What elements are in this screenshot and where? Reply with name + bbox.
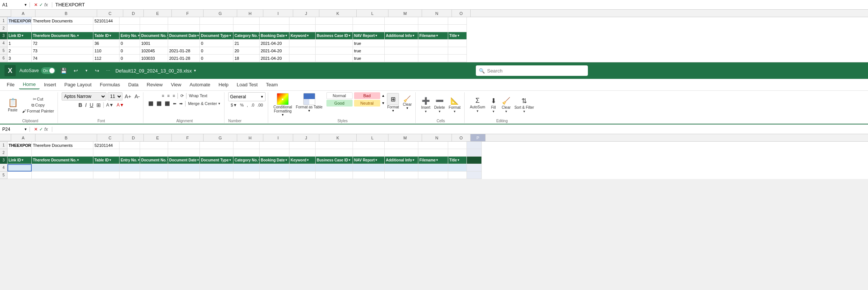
cell-b5[interactable]: 73 [32,47,93,55]
cell-d4[interactable]: 0 [120,40,140,47]
cell-b6[interactable]: 74 [32,55,93,62]
bottom-col-header-i[interactable]: I [263,134,293,141]
bottom-cell-ref-dropdown[interactable]: ▼ [24,127,27,131]
bottom-cell-n1[interactable] [418,142,448,149]
sort-filter-dropdown[interactable]: ▼ [523,110,526,113]
bottom-col-header-o[interactable]: O [452,134,471,141]
bottom-col-header-k[interactable]: K [319,134,357,141]
cell-i6[interactable]: 2021-04-20 [260,55,289,62]
format-btn[interactable]: ⊞ Format ▼ [385,92,400,113]
cell-d3[interactable]: Entry No. ▼ [120,32,140,40]
bottom-cell-p5[interactable] [467,172,482,179]
accounting-button[interactable]: $▼ [230,102,238,108]
bottom-cell-h4[interactable] [233,164,260,172]
increase-indent-button[interactable]: ➡ [178,101,184,107]
bottom-cell-c5[interactable] [93,172,120,179]
font-grow-button[interactable]: A+ [124,93,133,100]
cell-l5[interactable]: true [353,47,385,55]
bottom-cell-l3[interactable]: NAV Report ▼ [353,157,385,164]
menu-home[interactable]: Home [19,80,40,89]
bottom-cell-f2[interactable] [168,149,200,157]
fill-color-button[interactable]: A▼ [105,102,115,108]
fill-dropdown[interactable]: ▼ [492,110,495,113]
percent-button[interactable]: % [239,102,245,108]
cell-i2[interactable] [260,25,289,32]
cell-f3[interactable]: Document Date ▼ [168,32,200,40]
bottom-cell-j3[interactable]: Keyword ▼ [289,157,316,164]
menu-file[interactable]: File [3,80,18,89]
cell-h5[interactable]: 20 [233,47,260,55]
cell-h1[interactable] [233,17,260,25]
cell-j6[interactable] [289,55,316,62]
format-cells-button[interactable]: 📐 Format ▼ [447,96,462,114]
cell-i5[interactable]: 2021-04-20 [260,47,289,55]
paste-button[interactable]: 📋 Paste [5,96,20,114]
cell-g5[interactable]: 0 [200,47,233,55]
cell-d5[interactable]: 0 [120,47,140,55]
col-header-h[interactable]: H [237,10,263,17]
redo-button[interactable]: ↪ [93,67,101,75]
bottom-cell-a4[interactable] [7,164,32,172]
confirm-icon[interactable]: ✓ [39,2,43,7]
bottom-cell-e5[interactable] [140,172,168,179]
bottom-col-header-a[interactable]: A [11,134,35,141]
undo-dropdown[interactable]: ▼ [83,68,90,74]
menu-insert[interactable]: Insert [40,80,60,89]
cell-k2[interactable] [316,25,353,32]
cell-o6[interactable] [448,55,467,62]
bottom-confirm-icon[interactable]: ✓ [39,127,43,132]
bottom-cell-b4[interactable] [32,164,93,172]
bottom-cell-g4[interactable] [200,164,233,172]
bottom-cell-f1[interactable] [168,142,200,149]
cell-c2[interactable] [93,25,120,32]
bottom-cell-m5[interactable] [385,172,418,179]
bottom-cell-e1[interactable] [140,142,168,149]
menu-automate[interactable]: Automate [186,80,214,89]
cell-c5[interactable]: 110 [93,47,120,55]
increase-decimal-button[interactable]: .00 [256,102,264,108]
copy-button[interactable]: ⧉ Copy [21,102,55,108]
bottom-col-header-n[interactable]: N [422,134,452,141]
bottom-cell-a1[interactable]: THEEXPORT [7,142,32,149]
cut-button[interactable]: ✂ Cut [21,96,55,102]
cell-l2[interactable] [353,25,385,32]
bottom-cell-l5[interactable] [353,172,385,179]
bad-style[interactable]: Bad [354,92,380,99]
bottom-cell-i2[interactable] [260,149,289,157]
col-header-b[interactable]: B [35,10,97,17]
cell-c6[interactable]: 112 [93,55,120,62]
number-format-dropdown[interactable]: ▼ [260,95,264,99]
cell-a3[interactable]: Link ID ▼ [7,32,32,40]
bottom-cell-n2[interactable] [418,149,448,157]
bottom-cell-o4[interactable] [448,164,467,172]
bold-button[interactable]: B [77,102,83,108]
cell-c1[interactable]: 52101144 [93,17,120,25]
menu-team[interactable]: Team [262,80,282,89]
cell-j1[interactable] [289,17,316,25]
bottom-cell-c3[interactable]: Table ID ▼ [93,157,120,164]
cell-c3[interactable]: Table ID ▼ [93,32,120,40]
font-name-select[interactable]: Aptos Narrow [62,92,106,101]
bottom-cell-n5[interactable] [418,172,448,179]
cell-b3[interactable]: Therefore Document No. ▼ [32,32,93,40]
bottom-cell-o3[interactable]: Title ▼ [448,157,467,164]
cell-i4[interactable]: 2021-04-20 [260,40,289,47]
search-input[interactable] [487,68,585,74]
bottom-cell-j1[interactable] [289,142,316,149]
col-header-o[interactable]: O [452,10,471,17]
cell-l1[interactable] [353,17,385,25]
menu-load-test[interactable]: Load Test [233,80,261,89]
bottom-cell-l4[interactable] [353,164,385,172]
bottom-cell-e3[interactable]: Document No. ▼ [140,157,168,164]
bottom-fx-icon[interactable]: fx [44,127,48,132]
fill-button[interactable]: ⬇ Fill ▼ [487,96,499,114]
col-header-j[interactable]: J [293,10,319,17]
col-header-l[interactable]: L [357,10,388,17]
bottom-cell-a3[interactable]: Link ID ▼ [7,157,32,164]
cell-n3[interactable]: Filename ▼ [418,32,448,40]
col-header-a[interactable]: A [11,10,35,17]
bottom-col-header-d[interactable]: D [123,134,144,141]
border-button[interactable]: ⊞ [95,102,102,108]
bottom-cell-o1[interactable] [448,142,467,149]
bottom-col-header-h[interactable]: H [237,134,263,141]
